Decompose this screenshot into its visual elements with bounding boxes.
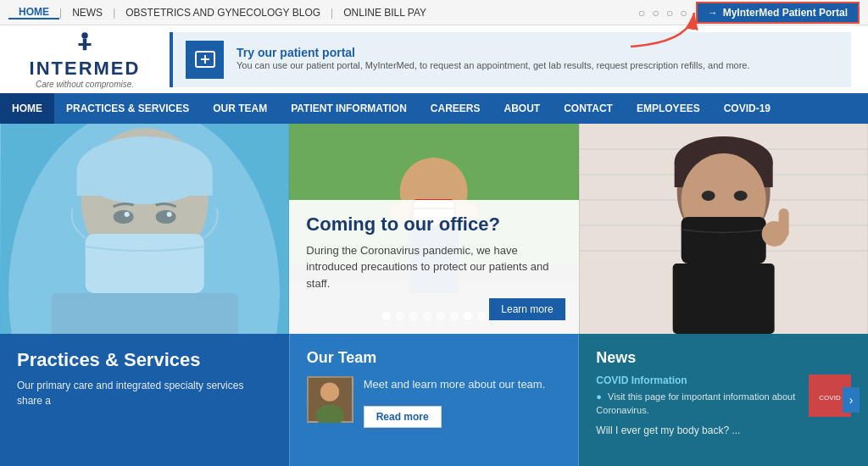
svg-rect-16 <box>52 293 238 334</box>
logo-area: INTERMED Care without compromise. <box>17 31 153 89</box>
top-nav-blog[interactable]: OBSTETRICS AND GYNECOLOGY BLOG <box>115 7 331 19</box>
nav-covid[interactable]: COVID-19 <box>712 93 782 124</box>
practices-card: Practices & Services Our primary care an… <box>0 334 289 466</box>
svg-point-9 <box>77 136 213 204</box>
top-nav-bill[interactable]: ONLINE BILL PAY <box>333 7 437 19</box>
top-bar: HOME | NEWS | OBSTETRICS AND GYNECOLOGY … <box>0 0 868 25</box>
news-item-1: COVID Information ● Visit this page for … <box>596 374 851 418</box>
dot-1[interactable] <box>382 312 391 320</box>
news-next-button[interactable]: › <box>843 387 860 413</box>
svg-rect-41 <box>778 208 788 238</box>
nav-home[interactable]: HOME <box>0 93 54 124</box>
svg-rect-7 <box>1 124 289 334</box>
svg-point-8 <box>81 128 209 272</box>
learn-more-button[interactable]: Learn more <box>489 298 565 320</box>
icon-circle-2: ○ <box>652 6 659 19</box>
nav-our-team[interactable]: OUR TEAM <box>201 93 279 124</box>
read-more-button[interactable]: Read more <box>364 406 442 428</box>
logo-icon <box>72 31 97 56</box>
svg-rect-10 <box>77 170 213 196</box>
svg-point-14 <box>167 212 172 217</box>
svg-point-11 <box>114 210 134 224</box>
svg-rect-42 <box>672 264 774 334</box>
hero-slider: Coming to our office? During the Coronav… <box>0 124 868 334</box>
top-nav: HOME | NEWS | OBSTETRICS AND GYNECOLOGY … <box>8 6 437 19</box>
logo-text: INTERMED <box>30 58 141 80</box>
news-card: News COVID Information ● Visit this page… <box>579 334 868 466</box>
dot-4[interactable] <box>423 312 431 320</box>
svg-point-12 <box>156 210 176 224</box>
news-link-covid[interactable]: COVID Information <box>596 374 802 386</box>
bottom-cards: Practices & Services Our primary care an… <box>0 334 868 466</box>
top-nav-icons: ○ ○ ○ ○ <box>638 6 687 19</box>
nav-contact[interactable]: CONTACT <box>552 93 625 124</box>
hero-panel-center: Coming to our office? During the Coronav… <box>289 124 578 334</box>
slider-dots <box>382 312 486 320</box>
main-nav: HOME PRACTICES & SERVICES OUR TEAM PATIE… <box>0 93 868 124</box>
login-icon: → <box>708 7 718 19</box>
portal-icon <box>186 41 224 79</box>
svg-point-13 <box>125 212 130 217</box>
top-nav-news[interactable]: NEWS <box>62 7 113 19</box>
svg-point-1 <box>81 32 88 39</box>
team-card-text: Meet and learn more about our team. Read… <box>364 376 546 429</box>
icon-circle-1: ○ <box>638 6 645 19</box>
svg-point-38 <box>733 191 747 201</box>
team-photo <box>307 376 353 423</box>
top-nav-home[interactable]: HOME <box>8 6 59 19</box>
dot-5[interactable] <box>437 312 445 320</box>
icon-circle-4: ○ <box>680 6 687 19</box>
dot-2[interactable] <box>396 312 404 320</box>
hero-panel-right <box>579 124 868 334</box>
dot-3[interactable] <box>409 312 418 320</box>
team-card-inner: Meet and learn more about our team. Read… <box>307 376 562 429</box>
svg-rect-39 <box>681 217 765 264</box>
nav-employees[interactable]: EMPLOYEES <box>625 93 712 124</box>
patient-portal-button[interactable]: → MyInterMed Patient Portal <box>696 2 860 24</box>
page-wrapper: HOME | NEWS | OBSTETRICS AND GYNECOLOGY … <box>0 0 868 466</box>
nav-practices[interactable]: PRACTICES & SERVICES <box>54 93 201 124</box>
patient-banner: Try our patient portal You can use our p… <box>170 32 851 87</box>
icon-circle-3: ○ <box>666 6 673 19</box>
team-card: Our Team Meet and learn more about our t… <box>289 334 580 466</box>
nav-patient-info[interactable]: PATIENT INFORMATION <box>279 93 419 124</box>
svg-text:COVID: COVID <box>819 394 841 402</box>
svg-rect-15 <box>86 234 204 293</box>
svg-point-37 <box>701 191 715 201</box>
svg-point-44 <box>320 382 339 401</box>
dot-8[interactable] <box>477 312 486 320</box>
patient-banner-text: Try our patient portal You can use our p… <box>236 46 750 72</box>
svg-rect-3 <box>79 43 92 46</box>
header: INTERMED Care without compromise. Try ou… <box>0 25 868 93</box>
logo-tagline: Care without compromise. <box>36 80 134 89</box>
nav-about[interactable]: ABOUT <box>492 93 553 124</box>
dot-6[interactable] <box>450 312 459 320</box>
dot-7[interactable] <box>464 312 472 320</box>
nav-careers[interactable]: CAREERS <box>419 93 492 124</box>
hero-panel-left <box>0 124 289 334</box>
